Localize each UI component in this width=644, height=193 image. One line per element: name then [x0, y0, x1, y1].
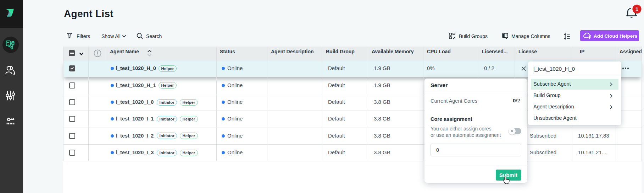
svg-text:1: 1 — [635, 6, 638, 12]
